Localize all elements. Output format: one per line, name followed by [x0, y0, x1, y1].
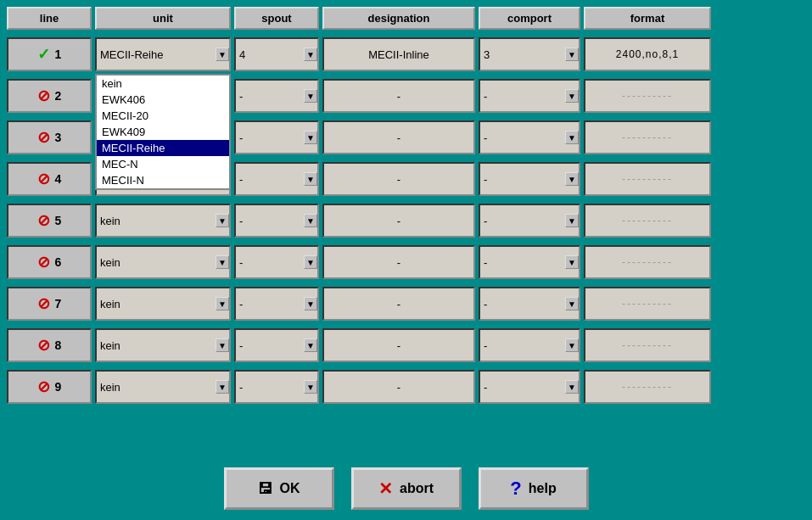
unit-select-wrapper-8: keinEWK406MECII-20EWK409MECII-ReiheMEC-N… [95, 328, 231, 362]
format-cell-8: ---------- [584, 328, 711, 362]
designation-cell-3: - [322, 120, 475, 154]
col-header-line[interactable]: line [7, 7, 92, 30]
spout-cell-3[interactable]: -12345678▼ [234, 120, 319, 154]
unit-dropdown: keinEWK406MECII-20EWK409MECII-ReiheMEC-N… [95, 74, 231, 190]
ok-label: OK [280, 481, 300, 496]
comport-select-6[interactable]: -12345678 [479, 245, 580, 279]
spout-select-wrapper-3: -12345678▼ [234, 120, 319, 154]
unit-select-8[interactable]: keinEWK406MECII-20EWK409MECII-ReiheMEC-N… [95, 328, 231, 362]
unit-cell-7[interactable]: keinEWK406MECII-20EWK409MECII-ReiheMEC-N… [95, 287, 231, 321]
col-header-format[interactable]: format [584, 7, 711, 30]
comport-cell-5[interactable]: -12345678▼ [479, 204, 580, 238]
spout-cell-5[interactable]: -12345678▼ [234, 204, 319, 238]
comport-select-wrapper-4: -12345678▼ [479, 162, 580, 196]
spout-cell-7[interactable]: -12345678▼ [234, 287, 319, 321]
spout-cell-9[interactable]: -12345678▼ [234, 370, 319, 404]
comport-select-5[interactable]: -12345678 [479, 204, 580, 238]
comport-select-wrapper-7: -12345678▼ [479, 287, 580, 321]
comport-select-2[interactable]: -12345678 [479, 79, 580, 113]
unit-select-5[interactable]: keinEWK406MECII-20EWK409MECII-ReiheMEC-N… [95, 204, 231, 238]
no-icon: ⊘ [37, 170, 50, 188]
spout-select-5[interactable]: -12345678 [234, 204, 319, 238]
abort-label: abort [400, 481, 434, 496]
unit-cell-5[interactable]: keinEWK406MECII-20EWK409MECII-ReiheMEC-N… [95, 204, 231, 238]
spout-select-6[interactable]: -12345678 [234, 245, 319, 279]
comport-select-7[interactable]: -12345678 [479, 287, 580, 321]
unit-select-1[interactable]: keinEWK406MECII-20EWK409MECII-ReiheMEC-N… [95, 37, 231, 71]
designation-cell-2: - [322, 79, 475, 113]
comport-cell-7[interactable]: -12345678▼ [479, 287, 580, 321]
spout-select-4[interactable]: -12345678 [234, 162, 319, 196]
spout-select-1[interactable]: -12345678 [234, 37, 319, 71]
row-line-3: ⊘3 [7, 120, 92, 154]
format-cell-5: ---------- [584, 204, 711, 238]
unit-select-wrapper-1: keinEWK406MECII-20EWK409MECII-ReiheMEC-N… [95, 37, 231, 71]
col-header-unit[interactable]: unit [95, 7, 231, 30]
unit-cell-9[interactable]: keinEWK406MECII-20EWK409MECII-ReiheMEC-N… [95, 370, 231, 404]
table-row: ⊘6keinEWK406MECII-20EWK409MECII-ReiheMEC… [7, 243, 805, 282]
comport-cell-3[interactable]: -12345678▼ [479, 120, 580, 154]
unit-cell-1[interactable]: keinEWK406MECII-20EWK409MECII-ReiheMEC-N… [95, 37, 231, 71]
spout-cell-8[interactable]: -12345678▼ [234, 328, 319, 362]
dropdown-item[interactable]: EWK409 [97, 124, 229, 140]
no-icon: ⊘ [37, 253, 50, 271]
dropdown-item[interactable]: MEC-N [97, 156, 229, 172]
line-number-4: 4 [55, 172, 62, 186]
no-icon: ⊘ [37, 336, 50, 355]
check-icon: ✓ [37, 45, 50, 64]
col-header-comport[interactable]: comport [479, 7, 580, 30]
comport-select-3[interactable]: -12345678 [479, 120, 580, 154]
comport-cell-6[interactable]: -12345678▼ [479, 245, 580, 279]
col-header-designation[interactable]: designation [322, 7, 475, 30]
spout-cell-2[interactable]: -12345678▼ [234, 79, 319, 113]
comport-cell-1[interactable]: -12345678▼ [479, 37, 580, 71]
line-number-1: 1 [55, 48, 62, 61]
table-row: ⊘5keinEWK406MECII-20EWK409MECII-ReiheMEC… [7, 201, 805, 240]
spout-select-wrapper-7: -12345678▼ [234, 287, 319, 321]
comport-cell-4[interactable]: -12345678▼ [479, 162, 580, 196]
unit-select-wrapper-7: keinEWK406MECII-20EWK409MECII-ReiheMEC-N… [95, 287, 231, 321]
dropdown-item[interactable]: EWK406 [97, 92, 229, 108]
dropdown-item[interactable]: kein [97, 75, 229, 92]
spout-cell-1[interactable]: -12345678▼ [234, 37, 319, 71]
ok-icon: 🖫 [258, 480, 273, 498]
header-row: line unit spout designation comport form… [7, 7, 805, 30]
dropdown-item[interactable]: MECII-20 [97, 108, 229, 124]
spout-cell-6[interactable]: -12345678▼ [234, 245, 319, 279]
comport-select-8[interactable]: -12345678 [479, 328, 580, 362]
spout-cell-4[interactable]: -12345678▼ [234, 162, 319, 196]
unit-cell-6[interactable]: keinEWK406MECII-20EWK409MECII-ReiheMEC-N… [95, 245, 231, 279]
help-button[interactable]: ? help [479, 467, 589, 510]
comport-cell-2[interactable]: -12345678▼ [479, 79, 580, 113]
comport-select-wrapper-6: -12345678▼ [479, 245, 580, 279]
unit-select-9[interactable]: keinEWK406MECII-20EWK409MECII-ReiheMEC-N… [95, 370, 231, 404]
no-icon: ⊘ [37, 211, 50, 230]
comport-select-4[interactable]: -12345678 [479, 162, 580, 196]
dropdown-item[interactable]: MECII-Reihe [97, 140, 229, 156]
unit-select-wrapper-9: keinEWK406MECII-20EWK409MECII-ReiheMEC-N… [95, 370, 231, 404]
designation-cell-5: - [322, 204, 475, 238]
comport-select-1[interactable]: -12345678 [479, 37, 580, 71]
ok-button[interactable]: 🖫 OK [224, 467, 334, 510]
comport-cell-8[interactable]: -12345678▼ [479, 328, 580, 362]
comport-select-wrapper-5: -12345678▼ [479, 204, 580, 238]
col-header-spout[interactable]: spout [234, 7, 319, 30]
row-line-5: ⊘5 [7, 204, 92, 238]
spout-select-7[interactable]: -12345678 [234, 287, 319, 321]
comport-select-9[interactable]: -12345678 [479, 370, 580, 404]
row-line-6: ⊘6 [7, 245, 92, 279]
unit-select-7[interactable]: keinEWK406MECII-20EWK409MECII-ReiheMEC-N… [95, 287, 231, 321]
comport-cell-9[interactable]: -12345678▼ [479, 370, 580, 404]
spout-select-8[interactable]: -12345678 [234, 328, 319, 362]
designation-cell-8: - [322, 328, 475, 362]
spout-select-wrapper-5: -12345678▼ [234, 204, 319, 238]
spout-select-2[interactable]: -12345678 [234, 79, 319, 113]
spout-select-9[interactable]: -12345678 [234, 370, 319, 404]
dropdown-item[interactable]: MECII-N [97, 172, 229, 188]
unit-select-6[interactable]: keinEWK406MECII-20EWK409MECII-ReiheMEC-N… [95, 245, 231, 279]
spout-select-3[interactable]: -12345678 [234, 120, 319, 154]
unit-cell-8[interactable]: keinEWK406MECII-20EWK409MECII-ReiheMEC-N… [95, 328, 231, 362]
row-line-8: ⊘8 [7, 328, 92, 362]
comport-select-wrapper-2: -12345678▼ [479, 79, 580, 113]
abort-button[interactable]: ✕ abort [351, 467, 462, 510]
